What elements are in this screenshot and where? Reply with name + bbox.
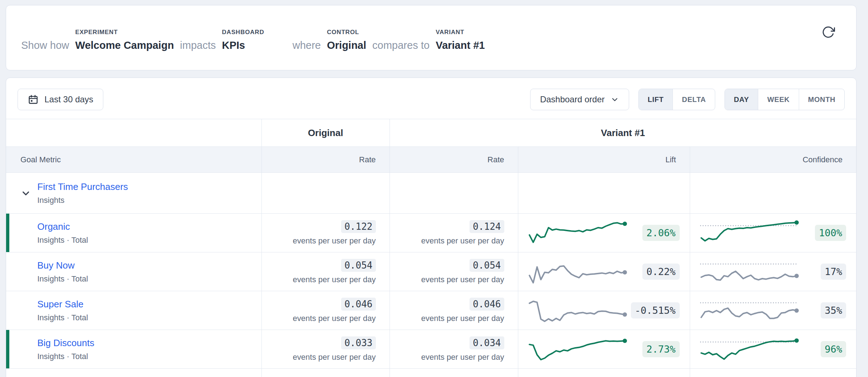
rate-unit: events per user per day xyxy=(421,236,504,246)
experiment-label: EXPERIMENT xyxy=(75,29,118,36)
report-panel: Last 30 days Dashboard order LIFT DELTA … xyxy=(6,78,857,377)
table-row-buy-now: Buy Now Insights · Total 0.054 events pe… xyxy=(6,252,856,291)
variant-rate-value: 0.046 xyxy=(470,298,504,311)
rate-unit: events per user per day xyxy=(293,236,376,246)
dashboard-label: DASHBOARD xyxy=(222,29,264,36)
variant-rate-value: 0.034 xyxy=(470,336,504,349)
confidence-sparkline xyxy=(699,218,800,248)
sentence-word-show-how: Show how xyxy=(21,39,69,51)
toggle-option-month[interactable]: MONTH xyxy=(799,89,844,110)
date-range-label: Last 30 days xyxy=(44,94,93,104)
refresh-button[interactable] xyxy=(820,25,836,41)
variant-value[interactable]: Variant #1 xyxy=(436,39,485,51)
variant-group-header: Variant #1 xyxy=(390,119,856,147)
collapse-group-button[interactable] xyxy=(20,188,31,199)
metric-name-link[interactable]: Organic xyxy=(37,221,88,232)
original-rate-value: 0.033 xyxy=(341,336,376,349)
lift-sparkline xyxy=(528,334,628,364)
column-header-row: Goal Metric Rate Rate Lift Confidence xyxy=(6,147,856,173)
toggle-option-lift[interactable]: LIFT xyxy=(639,89,673,110)
toggle-option-delta[interactable]: DELTA xyxy=(673,89,715,110)
original-group-header: Original xyxy=(261,119,390,147)
metric-subtitle: Insights · Total xyxy=(37,313,88,322)
lift-sparkline xyxy=(528,218,628,248)
calendar-icon xyxy=(28,94,39,105)
table-row-organic: Organic Insights · Total 0.122 events pe… xyxy=(6,214,856,252)
metrics-table: Original Variant #1 Goal Metric Rate Rat… xyxy=(6,119,856,377)
lift-column-header: Lift xyxy=(518,147,690,173)
variant-picker[interactable]: VARIANT Variant #1 xyxy=(436,29,485,51)
confidence-value-badge: 17% xyxy=(821,264,846,280)
rate-unit: events per user per day xyxy=(421,353,504,362)
experiment-picker[interactable]: EXPERIMENT Welcome Campaign xyxy=(75,29,174,51)
metric-name-link[interactable]: Big Discounts xyxy=(37,338,94,349)
experiment-value[interactable]: Welcome Campaign xyxy=(75,39,174,51)
table-row-group: First Time Purchasers Insights xyxy=(6,173,856,214)
sentence-word-impacts: impacts xyxy=(180,39,216,51)
metric-subtitle: Insights · Total xyxy=(37,352,94,361)
lift-delta-toggle: LIFT DELTA xyxy=(638,89,715,110)
dashboard-order-dropdown[interactable]: Dashboard order xyxy=(530,89,629,110)
original-rate-value: 0.054 xyxy=(341,259,376,272)
confidence-sparkline xyxy=(699,295,800,326)
sentence-word-compares-to: compares to xyxy=(372,39,430,51)
group-subtitle: Insights xyxy=(37,196,128,205)
query-bar-panel: Show how EXPERIMENT Welcome Campaign imp… xyxy=(6,5,857,70)
rate-unit: events per user per day xyxy=(421,275,504,284)
table-row-super-sale: Super Sale Insights · Total 0.046 events… xyxy=(6,291,856,330)
lift-value-badge: 0.22% xyxy=(642,264,679,280)
metric-name-link[interactable]: Buy Now xyxy=(37,260,88,271)
confidence-sparkline xyxy=(699,257,800,287)
toggle-option-week[interactable]: WEEK xyxy=(758,89,798,110)
goal-metric-column-header: Goal Metric xyxy=(6,147,261,173)
confidence-value-badge: 96% xyxy=(821,341,846,357)
table-row-partial xyxy=(6,369,856,377)
rate-unit: events per user per day xyxy=(293,314,376,323)
original-rate-value: 0.122 xyxy=(341,220,376,233)
sentence-word-where: where xyxy=(292,39,321,51)
original-rate-value: 0.046 xyxy=(341,298,376,311)
granularity-toggle: DAY WEEK MONTH xyxy=(725,89,845,110)
dashboard-value[interactable]: KPIs xyxy=(222,39,245,51)
confidence-value-badge: 100% xyxy=(815,225,846,241)
lift-sparkline xyxy=(528,257,628,287)
variant-rate-value: 0.054 xyxy=(470,259,504,272)
original-rate-column-header: Rate xyxy=(261,147,390,173)
chevron-down-icon xyxy=(20,194,31,200)
lift-sparkline xyxy=(528,295,628,326)
query-sentence: Show how EXPERIMENT Welcome Campaign imp… xyxy=(6,5,856,70)
confidence-sparkline xyxy=(699,334,800,364)
toolbar-right-group: Dashboard order LIFT DELTA DAY WEEK MONT… xyxy=(530,89,845,110)
variant-label: VARIANT xyxy=(436,29,464,36)
variant-rate-value: 0.124 xyxy=(470,220,504,233)
refresh-icon xyxy=(821,35,835,41)
report-toolbar: Last 30 days Dashboard order LIFT DELTA … xyxy=(6,78,856,110)
empty-header-cell xyxy=(6,119,261,147)
dashboard-order-label: Dashboard order xyxy=(540,94,605,104)
dashboard-picker[interactable]: DASHBOARD KPIs xyxy=(222,29,264,51)
lift-value-badge: -0.515% xyxy=(631,302,680,318)
control-label: CONTROL xyxy=(327,29,359,36)
variant-group-header-row: Original Variant #1 xyxy=(6,119,856,147)
variant-rate-column-header: Rate xyxy=(390,147,518,173)
table-row-big-discounts: Big Discounts Insights · Total 0.033 eve… xyxy=(6,330,856,369)
metric-name-link[interactable]: Super Sale xyxy=(37,299,88,310)
significance-accent-bar xyxy=(6,214,9,252)
chevron-down-icon xyxy=(610,95,619,104)
metric-subtitle: Insights · Total xyxy=(37,236,88,245)
rate-unit: events per user per day xyxy=(293,275,376,284)
confidence-column-header: Confidence xyxy=(690,147,856,173)
group-name-link[interactable]: First Time Purchasers xyxy=(37,181,128,192)
rate-unit: events per user per day xyxy=(293,353,376,362)
confidence-value-badge: 35% xyxy=(821,302,846,318)
toggle-option-day[interactable]: DAY xyxy=(725,89,758,110)
control-picker[interactable]: CONTROL Original xyxy=(327,29,366,51)
lift-value-badge: 2.06% xyxy=(642,225,679,241)
lift-value-badge: 2.73% xyxy=(642,341,679,357)
metric-subtitle: Insights · Total xyxy=(37,274,88,284)
significance-accent-bar xyxy=(6,330,9,368)
rate-unit: events per user per day xyxy=(421,314,504,323)
date-range-button[interactable]: Last 30 days xyxy=(18,89,103,110)
control-value[interactable]: Original xyxy=(327,39,366,51)
